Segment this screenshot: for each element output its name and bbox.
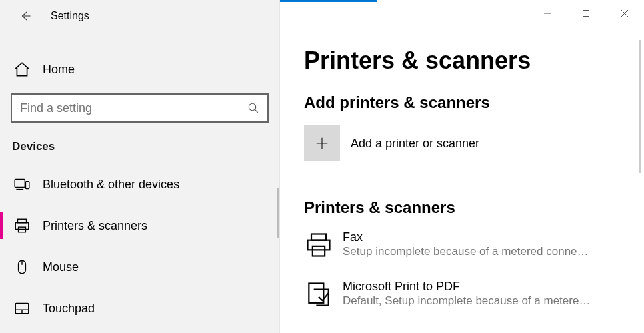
device-name: Fax	[343, 230, 589, 245]
main-pane: Printers & scanners Add printers & scann…	[280, 0, 644, 333]
sidebar-group-header: Devices	[0, 123, 279, 164]
minimize-button[interactable]	[528, 0, 567, 27]
svg-rect-9	[311, 234, 326, 240]
device-row-pdf[interactable]: Microsoft Print to PDF Default, Setup in…	[304, 280, 644, 309]
home-nav[interactable]: Home	[0, 51, 279, 88]
plus-icon	[315, 136, 329, 151]
device-sub: Setup incomplete because of a metered co…	[343, 245, 589, 258]
devices-icon	[13, 176, 31, 193]
svg-rect-2	[25, 182, 29, 189]
list-section-title: Printers & scanners	[304, 198, 644, 217]
printer-icon	[13, 217, 31, 234]
sidebar-item-label: Mouse	[43, 260, 79, 274]
sidebar-item-label: Printers & scanners	[43, 219, 147, 233]
svg-rect-4	[15, 223, 29, 230]
sidebar-item-touchpad[interactable]: Touchpad	[0, 288, 279, 329]
search-input[interactable]	[20, 101, 247, 115]
device-row-fax[interactable]: Fax Setup incomplete because of a metere…	[304, 230, 644, 260]
device-texts: Fax Setup incomplete because of a metere…	[343, 230, 589, 258]
search-container	[0, 88, 279, 123]
svg-point-0	[249, 103, 256, 111]
search-icon	[247, 102, 259, 114]
device-sub: Default, Setup incomplete because of a m…	[343, 294, 590, 308]
minimize-icon	[543, 9, 551, 17]
mouse-icon	[13, 258, 31, 276]
sidebar-item-label: Touchpad	[43, 302, 95, 316]
add-printer-label: Add a printer or scanner	[351, 137, 479, 151]
maximize-icon	[582, 9, 590, 17]
printer-device-icon	[304, 230, 333, 260]
window-controls	[528, 0, 644, 27]
svg-rect-8	[583, 11, 589, 17]
window-accent	[280, 0, 377, 2]
sidebar-scrollbar[interactable]	[277, 188, 279, 238]
svg-rect-1	[15, 179, 25, 187]
add-tile	[304, 125, 340, 161]
device-name: Microsoft Print to PDF	[343, 280, 590, 294]
app-title: Settings	[51, 10, 89, 22]
maximize-button[interactable]	[567, 0, 605, 27]
back-button[interactable]	[12, 3, 39, 29]
search-box[interactable]	[11, 93, 269, 123]
sidebar-item-printers[interactable]: Printers & scanners	[0, 205, 279, 246]
main-scrollbar[interactable]	[639, 40, 641, 173]
sidebar-item-label: Bluetooth & other devices	[43, 178, 179, 192]
page-title: Printers & scanners	[304, 47, 644, 75]
home-icon	[13, 61, 31, 78]
add-section-title: Add printers & scanners	[304, 93, 644, 112]
print-to-pdf-icon	[304, 280, 333, 309]
close-button[interactable]	[605, 0, 644, 27]
touchpad-icon	[13, 300, 31, 317]
sidebar-nav-list: Bluetooth & other devices Printers & sca…	[0, 164, 279, 329]
back-arrow-icon	[19, 10, 31, 22]
svg-rect-3	[18, 219, 27, 222]
settings-window: Settings Home Devices Bluetooth & ot	[0, 0, 644, 333]
content: Printers & scanners Add printers & scann…	[280, 0, 644, 309]
svg-rect-10	[308, 240, 330, 250]
close-icon	[621, 9, 629, 17]
add-printer-row[interactable]: Add a printer or scanner	[304, 125, 644, 161]
sidebar-header: Settings	[0, 0, 279, 32]
device-texts: Microsoft Print to PDF Default, Setup in…	[343, 280, 590, 308]
home-label: Home	[43, 63, 75, 77]
sidebar-item-mouse[interactable]: Mouse	[0, 246, 279, 288]
sidebar-item-bluetooth[interactable]: Bluetooth & other devices	[0, 164, 279, 205]
sidebar: Settings Home Devices Bluetooth & ot	[0, 0, 280, 333]
svg-rect-11	[313, 246, 325, 256]
